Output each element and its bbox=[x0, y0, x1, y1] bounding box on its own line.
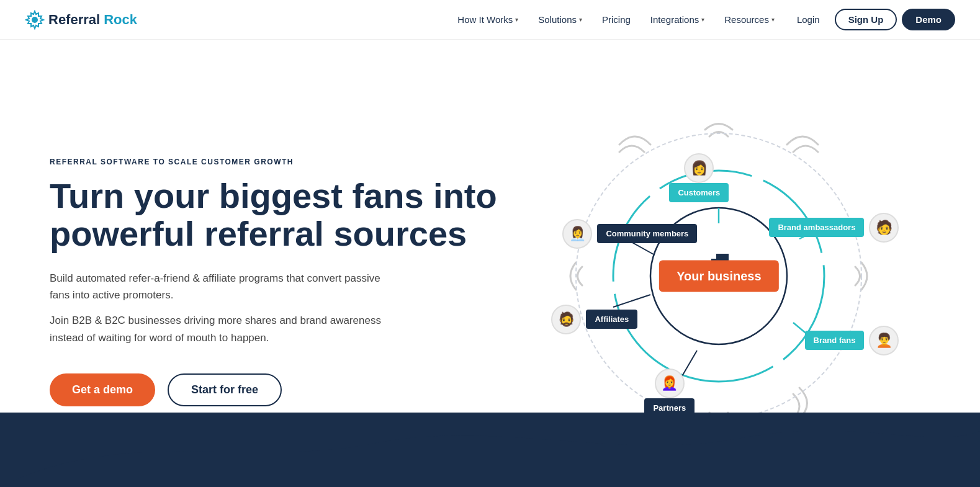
wave-svg bbox=[0, 413, 980, 487]
community-avatar: 👩‍💼 bbox=[562, 219, 592, 249]
node-affiliates: 🧔 Affiliates bbox=[551, 305, 637, 334]
community-label: Community members bbox=[597, 224, 697, 243]
nav-login[interactable]: Login bbox=[787, 9, 830, 30]
brand-fans-avatar: 🧑‍🦱 bbox=[869, 326, 899, 355]
chevron-down-icon: ▾ bbox=[515, 16, 518, 23]
hero-headline: Turn your biggest fans into powerful ref… bbox=[50, 177, 508, 252]
nav-integrations[interactable]: Integrations ▾ bbox=[643, 9, 712, 30]
chevron-down-icon: ▾ bbox=[771, 16, 775, 23]
brand-ambassadors-label: Brand ambassadors bbox=[769, 218, 864, 237]
svg-point-0 bbox=[32, 17, 38, 23]
nav-links: How It Works ▾ Solutions ▾ Pricing Integ… bbox=[450, 9, 782, 30]
diagram: Your business 👩 Customers 👩‍💼 Community … bbox=[545, 102, 892, 450]
nav-resources[interactable]: Resources ▾ bbox=[717, 9, 782, 30]
affiliates-label: Affiliates bbox=[586, 310, 637, 329]
customers-avatar: 👩 bbox=[684, 153, 714, 183]
node-brand-ambassadors: 🧑 Brand ambassadors bbox=[769, 213, 899, 243]
start-free-button[interactable]: Start for free bbox=[168, 373, 282, 406]
get-demo-button[interactable]: Get a demo bbox=[50, 373, 155, 406]
hero-buttons: Get a demo Start for free bbox=[50, 373, 508, 406]
nav-solutions[interactable]: Solutions ▾ bbox=[531, 9, 590, 30]
customers-label: Customers bbox=[669, 183, 729, 202]
logo[interactable]: ReferralRock bbox=[25, 10, 137, 30]
hero-left: REFERRAL SOFTWARE TO SCALE CUSTOMER GROW… bbox=[50, 145, 508, 406]
logo-text-rock: Rock bbox=[104, 12, 137, 28]
partners-label: Partners bbox=[644, 398, 695, 418]
center-business-label: Your business bbox=[659, 260, 778, 292]
node-partners: 👩‍🦰 Partners bbox=[644, 369, 695, 418]
chevron-down-icon: ▾ bbox=[701, 16, 704, 23]
brand-ambassadors-avatar: 🧑 bbox=[869, 213, 899, 243]
partners-avatar: 👩‍🦰 bbox=[655, 369, 685, 398]
logo-gear-icon bbox=[25, 10, 45, 30]
chevron-down-icon: ▾ bbox=[579, 16, 582, 23]
node-customers: 👩 Customers bbox=[669, 153, 729, 202]
brand-fans-label: Brand fans bbox=[805, 331, 865, 350]
navbar: ReferralRock How It Works ▾ Solutions ▾ … bbox=[0, 0, 980, 40]
affiliates-avatar: 🧔 bbox=[551, 305, 581, 334]
nav-pricing[interactable]: Pricing bbox=[595, 9, 638, 30]
hero-body2: Join B2B & B2C businesses driving more s… bbox=[50, 312, 397, 346]
node-brand-fans: 🧑‍🦱 Brand fans bbox=[805, 326, 899, 355]
node-community: 👩‍💼 Community members bbox=[562, 219, 697, 249]
hero-eyebrow: REFERRAL SOFTWARE TO SCALE CUSTOMER GROW… bbox=[50, 158, 508, 166]
hero-body1: Build automated refer-a-friend & affilia… bbox=[50, 270, 397, 303]
nav-how-it-works[interactable]: How It Works ▾ bbox=[450, 9, 526, 30]
hero-section: REFERRAL SOFTWARE TO SCALE CUSTOMER GROW… bbox=[0, 40, 980, 487]
demo-nav-button[interactable]: Demo bbox=[902, 9, 955, 30]
signup-button[interactable]: Sign Up bbox=[835, 9, 897, 30]
logo-text-referral: Referral bbox=[48, 12, 100, 28]
hero-right: Your business 👩 Customers 👩‍💼 Community … bbox=[508, 90, 930, 462]
